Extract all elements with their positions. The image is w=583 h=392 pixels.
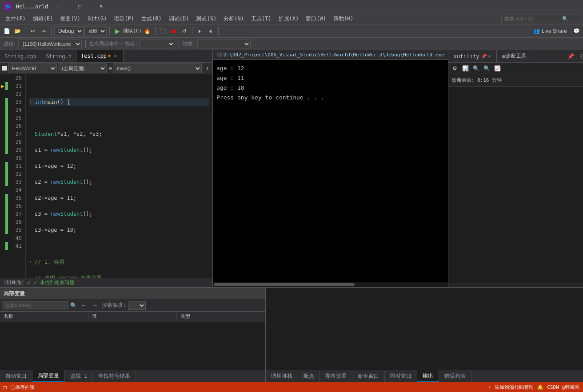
tab-label: String.h [46,53,72,59]
main-container: String.cpp String.h Test.cpp ● ✕ ⬜ Hello… [0,50,583,382]
menu-help[interactable]: 帮助(H) [330,14,357,24]
menu-edit[interactable]: 编辑(E) [29,14,57,24]
bp-34 [0,186,5,194]
debug-forward[interactable]: ⏵ [195,26,205,36]
tab-string-h[interactable]: String.h [41,50,76,63]
save-status-icon: □ [4,384,7,390]
search-depth-dropdown[interactable] [128,301,146,310]
close-button[interactable]: ✕ [91,0,111,13]
tab-string-cpp[interactable]: String.cpp [0,50,41,63]
tab-watch1[interactable]: 监视 1 [65,371,93,382]
global-search-input[interactable] [504,16,562,21]
scope-dropdown[interactable]: (全局范围) [58,63,107,73]
stop-button[interactable]: ⏹ [169,26,179,36]
undo-button[interactable]: ↩ [28,26,38,36]
debug-sep-2 [179,40,179,48]
menu-view[interactable]: 视图(V) [56,14,84,24]
code-editor[interactable]: ▶ [0,74,212,278]
locals-search[interactable] [2,301,68,309]
toolbar-separator-4 [155,27,156,35]
menu-build[interactable]: 生成(B) [138,14,165,24]
platform-dropdown[interactable]: x86 [84,26,107,36]
bottom-tab-bar-right: 调用堆栈 断点 异常设置 命令窗口 即时窗口 输出 错误列表 [266,370,583,382]
bp-20 [0,74,5,82]
locals-back-btn[interactable]: ← [79,301,88,310]
tab-find-symbol[interactable]: 查找符号结果 [93,371,136,382]
function-dropdown[interactable]: main() [113,63,202,73]
diag-content [448,87,583,283]
new-file-button[interactable]: 📄 [2,26,12,36]
menu-analyze[interactable]: 分析(N) [220,14,248,24]
stack-dropdown[interactable] [197,40,251,48]
tab-xutility[interactable]: xutility 📌 ✕ [448,50,497,63]
hot-reload-button[interactable]: 🔥 [143,26,152,36]
col-name: 名称 [0,312,88,321]
tab-errorlist[interactable]: 错误列表 [439,371,471,382]
right-area: ⬛ D:\002_Project\006_Visual_Studio\Hello… [213,50,583,287]
thread-dropdown[interactable] [140,40,175,48]
redo-button[interactable]: ↪ [39,26,48,36]
editor-tab-bar: String.cpp String.h Test.cpp ● ✕ [0,50,212,63]
expand-icon[interactable]: + [203,63,212,73]
console-line-2: age : 11 [216,73,444,83]
continue-button[interactable]: ▶ [112,26,122,36]
tab-test-cpp[interactable]: Test.cpp ● ✕ [76,50,124,63]
tab-immediate[interactable]: 即时窗口 [385,371,417,382]
class-icon: ⬜ [2,66,7,71]
restart-button[interactable]: ↺ [180,26,189,36]
locals-forward-btn[interactable]: → [90,301,100,310]
tab-callstack[interactable]: 调用堆栈 [266,371,298,382]
tab-command[interactable]: 命令窗口 [352,371,385,382]
left-panel: String.cpp String.h Test.cpp ● ✕ ⬜ Hello… [0,50,213,287]
menu-extensions[interactable]: 扩展(X) [275,14,303,24]
live-share-button[interactable]: 👥 Live Share [530,27,571,35]
bp-39 [0,226,5,234]
scroll-left-arrow: ◁ [27,280,30,285]
tab-exceptions[interactable]: 异常设置 [320,371,352,382]
diag-btn-2[interactable]: 📊 [461,63,471,73]
diag-settings-icon: ⚙ [502,53,505,59]
diag-btn-1[interactable]: ⚙ [450,63,460,73]
tab-diagnostic[interactable]: ⚙ 诊断工具 [497,50,532,63]
zoom-level[interactable]: 110 % [4,280,24,285]
locals-toolbar: 🔍 ← → 搜索深度: [0,299,265,312]
menu-test[interactable]: 测试(S) [192,14,220,24]
maximize-button[interactable]: □ [69,0,90,13]
diag-float-button[interactable]: ⊡ [577,51,583,61]
console-line-4: Press any key to continue . . . [216,93,444,103]
code-text[interactable]: ▾int main() { Student* s1, *s2, *s3; s1 … [26,74,212,278]
tab-close-icon[interactable]: ✕ [112,53,119,59]
menu-project[interactable]: 项目(P) [110,14,138,24]
global-search-box[interactable]: 🔍 [501,15,581,23]
diag-scrollbar[interactable] [448,283,583,287]
code-line-28: s3 = new Student(); [29,210,209,218]
feedback-button[interactable]: 💬 [571,26,581,36]
debug-back[interactable]: ⏴ [206,26,216,36]
menu-debug[interactable]: 调试(D) [165,14,193,24]
xutility-close-icon[interactable]: ✕ [488,54,491,59]
class-dropdown[interactable]: HelloWorld [8,63,57,73]
menu-tools[interactable]: 工具(T) [248,14,275,24]
debug-config-dropdown[interactable]: Debug [54,26,84,36]
status-left: □ 已保存的项 [4,384,35,391]
process-dropdown[interactable]: [1100] HelloWorld.exe [18,40,82,48]
minimize-button[interactable]: ─ [48,0,68,13]
bp-36 [0,202,5,210]
tab-output[interactable]: 输出 [417,370,439,382]
locals-search-icon: 🔍 [70,302,77,309]
diag-btn-4[interactable]: 🔍 [482,63,492,73]
tab-auto[interactable]: 自动窗口 [0,371,32,382]
menu-file[interactable]: 文件(F) [2,14,29,24]
open-button[interactable]: 📂 [12,26,22,36]
diag-btn-3[interactable]: 🔍 [471,63,481,73]
menu-window[interactable]: 窗口(W) [302,14,330,24]
tab-locals[interactable]: 局部变量 [32,370,65,382]
bp-31 [0,162,5,170]
step-over-button[interactable]: ⬛ [158,26,168,36]
console-scrollbar[interactable] [213,282,448,287]
diag-pin-button[interactable]: 📌 [566,51,576,61]
bp-35 [0,194,5,202]
diag-btn-5[interactable]: 📈 [493,63,503,73]
tab-breakpoints[interactable]: 断点 [298,371,320,382]
menu-git[interactable]: Git(G) [84,14,110,23]
